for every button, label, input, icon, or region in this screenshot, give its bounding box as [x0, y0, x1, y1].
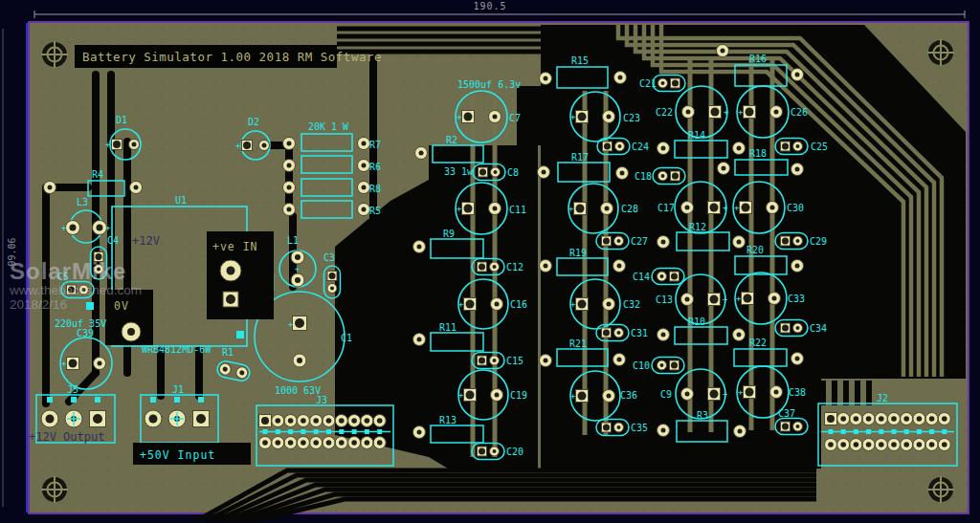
svg-text:+12V Output: +12V Output: [29, 430, 104, 444]
svg-text:+: +: [105, 223, 111, 232]
svg-text:J2: J2: [877, 393, 888, 403]
svg-text:+: +: [570, 112, 576, 121]
svg-text:C5: C5: [57, 272, 69, 282]
svg-text:R16: R16: [749, 54, 767, 64]
svg-text:C33: C33: [788, 294, 805, 304]
svg-text:C14: C14: [633, 272, 650, 282]
pcb-viewport: +C7+C11+C16+C19+C23+C28+C32+C36+C22+C17+…: [0, 0, 980, 523]
svg-text:C35: C35: [631, 423, 648, 433]
svg-text:C24: C24: [632, 142, 649, 152]
svg-text:C10: C10: [633, 360, 650, 371]
svg-text:R20: R20: [746, 245, 764, 255]
svg-text:+: +: [61, 359, 67, 368]
svg-text:R13: R13: [439, 415, 457, 425]
svg-text:+: +: [235, 141, 241, 150]
svg-text:C13: C13: [656, 294, 673, 305]
svg-text:J3: J3: [316, 395, 327, 405]
label-box-0v: 0V: [105, 290, 153, 345]
svg-text:C31: C31: [631, 328, 648, 338]
svg-text:C34: C34: [810, 323, 827, 334]
svg-text:R6: R6: [369, 162, 381, 172]
svg-text:+: +: [723, 203, 728, 212]
svg-text:J5: J5: [67, 384, 78, 395]
svg-text:C25: C25: [811, 142, 828, 152]
svg-text:R2: R2: [446, 135, 457, 145]
svg-text:C27: C27: [631, 236, 648, 247]
svg-text:R4: R4: [92, 169, 103, 180]
svg-text:R11: R11: [439, 322, 457, 333]
svg-text:+: +: [570, 391, 576, 401]
svg-text:C15: C15: [506, 356, 523, 366]
svg-text:C37: C37: [778, 408, 795, 419]
svg-text:C11: C11: [509, 205, 526, 215]
svg-text:C28: C28: [621, 204, 638, 214]
svg-text:R17: R17: [571, 152, 589, 163]
svg-text:C7: C7: [509, 113, 521, 123]
svg-text:+: +: [568, 204, 574, 213]
svg-text:C23: C23: [623, 113, 640, 123]
svg-text:C19: C19: [510, 390, 527, 401]
svg-text:C36: C36: [620, 390, 637, 401]
svg-text:+: +: [457, 112, 462, 121]
svg-text:C3: C3: [323, 252, 335, 263]
svg-text:R8: R8: [369, 184, 381, 194]
svg-text:C16: C16: [510, 299, 527, 310]
svg-text:R15: R15: [571, 55, 589, 66]
title-block-text: Battery Simulator 1.00 2018 RM Software: [82, 50, 382, 64]
svg-text:R7: R7: [369, 140, 381, 150]
svg-text:C26: C26: [791, 107, 808, 118]
svg-text:D1: D1: [116, 115, 127, 125]
svg-text:0V: 0V: [114, 299, 129, 313]
svg-text:R5: R5: [369, 206, 381, 216]
dimension-top-label: 190.5: [0, 1, 980, 11]
svg-text:C32: C32: [623, 299, 640, 310]
svg-text:L1: L1: [287, 235, 299, 246]
svg-text:+: +: [458, 299, 464, 309]
svg-text:R21: R21: [569, 338, 587, 349]
svg-text:+12V: +12V: [132, 234, 160, 248]
svg-text:C21: C21: [639, 78, 657, 89]
title-block: Battery Simulator 1.00 2018 RM Software: [75, 45, 382, 68]
svg-text:R18: R18: [749, 148, 767, 159]
svg-text:C39: C39: [77, 328, 94, 338]
svg-text:C9: C9: [660, 389, 672, 400]
svg-text:+: +: [105, 140, 111, 149]
label-box--50v-input: +50V Input: [133, 443, 251, 465]
svg-text:R12: R12: [689, 222, 706, 232]
svg-text:C29: C29: [810, 236, 827, 247]
svg-text:+: +: [570, 299, 576, 309]
svg-text:D2: D2: [248, 117, 259, 127]
svg-text:C4: C4: [107, 235, 119, 246]
svg-text:+: +: [724, 107, 729, 117]
svg-text:C1: C1: [341, 333, 352, 343]
svg-text:220uf 35V: 220uf 35V: [55, 318, 106, 329]
svg-text:+: +: [457, 204, 462, 213]
svg-text:R10: R10: [688, 316, 705, 327]
svg-text:C17: C17: [657, 203, 675, 213]
label-box--ve-in: +ve IN: [207, 231, 274, 319]
svg-text:+ve IN: +ve IN: [212, 240, 258, 253]
svg-text:+: +: [61, 223, 67, 232]
svg-text:+: +: [288, 319, 294, 329]
svg-text:R14: R14: [688, 130, 705, 141]
svg-text:C12: C12: [506, 262, 523, 272]
svg-text:C30: C30: [787, 203, 804, 213]
svg-text:R1: R1: [222, 347, 234, 358]
dimension-left-label: 99.06: [7, 232, 17, 272]
svg-text:1500uf 6.3v: 1500uf 6.3v: [457, 79, 521, 90]
svg-text:C8: C8: [507, 167, 519, 178]
svg-text:R3: R3: [697, 410, 708, 421]
svg-text:+: +: [736, 294, 742, 303]
svg-text:+: +: [738, 387, 744, 397]
svg-text:R22: R22: [749, 338, 767, 348]
svg-text:C22: C22: [656, 107, 673, 118]
svg-text:+: +: [458, 390, 464, 400]
svg-text:+50V Input: +50V Input: [140, 448, 215, 462]
svg-text:33 1w: 33 1w: [444, 166, 474, 177]
svg-text:J1: J1: [172, 384, 184, 395]
svg-text:+: +: [723, 389, 728, 399]
svg-text:+: +: [738, 107, 744, 117]
svg-text:+: +: [723, 294, 728, 304]
svg-text:R9: R9: [443, 229, 455, 239]
svg-text:+: +: [295, 265, 300, 273]
